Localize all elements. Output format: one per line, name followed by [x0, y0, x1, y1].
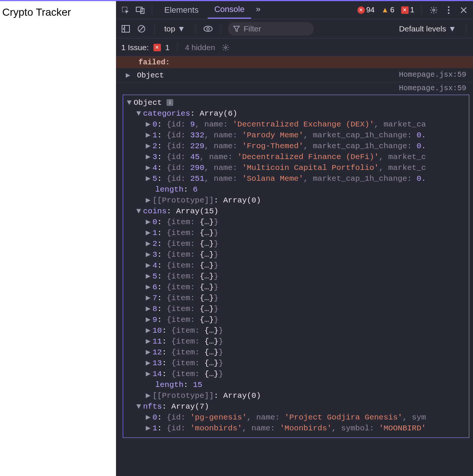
- svg-point-6: [448, 12, 449, 13]
- filter-input[interactable]: Filter: [228, 22, 314, 36]
- gear-icon[interactable]: [222, 44, 229, 51]
- devtools-tabbar: Elements Console » ✕ 94 ▲ 6 ✕ 1: [116, 1, 473, 19]
- warning-count: 6: [390, 6, 394, 14]
- error-row[interactable]: failed:: [116, 57, 473, 68]
- inspect-icon[interactable]: [119, 4, 132, 16]
- filter-placeholder: Filter: [244, 24, 261, 33]
- levels-label: Default levels: [399, 24, 446, 33]
- error-count: 94: [366, 6, 375, 14]
- object-label: Object: [137, 71, 164, 80]
- clear-console-icon[interactable]: [135, 23, 147, 35]
- filter-icon: [233, 26, 240, 32]
- kebab-menu-icon[interactable]: [442, 4, 455, 16]
- svg-point-12: [225, 46, 226, 48]
- issues-hidden[interactable]: 4 hidden: [185, 43, 215, 52]
- prop-length: length: [155, 185, 184, 194]
- chevron-down-icon: ▼: [448, 24, 456, 33]
- issues-count: 1: [165, 43, 170, 52]
- device-toolbar-icon[interactable]: [134, 4, 147, 16]
- category-entry[interactable]: ▶5: {id: 251, name: 'Solana Meme', marke…: [123, 173, 469, 184]
- svg-point-11: [207, 27, 210, 30]
- context-label: top: [164, 24, 175, 33]
- log-row-collapsed[interactable]: ▶ Object Homepage.jsx:59: [116, 68, 473, 82]
- settings-icon[interactable]: [427, 4, 440, 16]
- svg-point-4: [448, 6, 449, 7]
- source-link[interactable]: Homepage.jsx:59: [116, 82, 473, 93]
- svg-point-5: [448, 9, 449, 10]
- separator: [177, 43, 177, 52]
- nft-entry[interactable]: ▶1: {id: 'moonbirds', name: 'Moonbirds',…: [123, 423, 469, 434]
- expand-icon[interactable]: ▶: [126, 70, 132, 80]
- expanded-object[interactable]: ▼Object i ▼categories: Array(6) ▶0: {id:…: [123, 95, 469, 438]
- category-entry[interactable]: ▶4: {id: 290, name: 'Multicoin Capital P…: [123, 162, 469, 173]
- coin-entry[interactable]: ▶11: {item: {…}}: [123, 336, 469, 347]
- coin-entry[interactable]: ▶4: {item: {…}}: [123, 260, 469, 271]
- log-levels-selector[interactable]: Default levels ▼: [396, 24, 459, 33]
- coin-entry[interactable]: ▶0: {item: {…}}: [123, 217, 469, 228]
- prop-coins[interactable]: coins: [143, 207, 167, 216]
- coin-entry[interactable]: ▶1: {item: {…}}: [123, 228, 469, 238]
- issues-bar: 1 Issue: ✕ 1 4 hidden: [116, 39, 473, 57]
- coin-entry[interactable]: ▶12: {item: {…}}: [123, 347, 469, 358]
- warning-icon: ▲: [381, 6, 389, 14]
- svg-rect-1: [136, 7, 142, 12]
- coin-entry[interactable]: ▶10: {item: {…}}: [123, 325, 469, 336]
- prop-prototype[interactable]: [[Prototype]]: [152, 391, 214, 400]
- coin-entry[interactable]: ▶3: {item: {…}}: [123, 249, 469, 260]
- svg-line-10: [139, 27, 144, 31]
- toggle-sidebar-icon[interactable]: [120, 23, 132, 35]
- warning-count-badge[interactable]: ▲ 6: [379, 6, 397, 14]
- context-selector[interactable]: top ▼: [161, 24, 188, 33]
- svg-point-3: [433, 9, 435, 11]
- coin-entry[interactable]: ▶5: {item: {…}}: [123, 271, 469, 282]
- coin-entry[interactable]: ▶2: {item: {…}}: [123, 238, 469, 249]
- more-tabs-icon[interactable]: »: [253, 5, 263, 15]
- separator: [154, 24, 155, 34]
- coin-entry[interactable]: ▶14: {item: {…}}: [123, 369, 469, 379]
- coin-entry[interactable]: ▶13: {item: {…}}: [123, 358, 469, 369]
- issue-error-icon: ✕: [153, 44, 161, 51]
- live-expression-icon[interactable]: [202, 23, 214, 35]
- issues-label: 1 Issue:: [121, 43, 149, 52]
- coin-entry[interactable]: ▶6: {item: {…}}: [123, 282, 469, 293]
- coin-entry[interactable]: ▶9: {item: {…}}: [123, 314, 469, 325]
- category-entry[interactable]: ▶0: {id: 9, name: 'Decentralized Exchang…: [123, 119, 469, 130]
- coin-entry[interactable]: ▶7: {item: {…}}: [123, 293, 469, 303]
- console-output[interactable]: failed: ▶ Object Homepage.jsx:59 Homepag…: [116, 57, 473, 476]
- app-title: Crypto Tracker: [2, 6, 114, 18]
- object-label: Object: [134, 98, 162, 107]
- console-toolbar: top ▼ Filter Default levels ▼: [116, 19, 473, 39]
- chevron-down-icon: ▼: [177, 24, 185, 33]
- message-count-badge[interactable]: ✕ 1: [399, 6, 416, 14]
- prop-length: length: [155, 381, 184, 389]
- category-entry[interactable]: ▶3: {id: 45, name: 'Decentralized Financ…: [123, 152, 469, 162]
- prop-prototype[interactable]: [[Prototype]]: [152, 196, 214, 205]
- tab-console[interactable]: Console: [208, 1, 251, 19]
- category-entry[interactable]: ▶2: {id: 229, name: 'Frog-Themed', marke…: [123, 141, 469, 152]
- nft-entry[interactable]: ▶0: {id: 'pg-genesis', name: 'Project Go…: [123, 412, 469, 423]
- separator: [422, 5, 422, 15]
- devtools-panel: Elements Console » ✕ 94 ▲ 6 ✕ 1: [116, 0, 473, 476]
- source-link[interactable]: Homepage.jsx:59: [399, 70, 466, 79]
- category-entry[interactable]: ▶1: {id: 332, name: 'Parody Meme', marke…: [123, 130, 469, 141]
- info-icon[interactable]: i: [167, 99, 173, 106]
- tab-elements[interactable]: Elements: [158, 1, 205, 19]
- coin-entry[interactable]: ▶8: {item: {…}}: [123, 303, 469, 314]
- prop-categories[interactable]: categories: [143, 109, 190, 118]
- separator: [221, 24, 221, 34]
- prop-nfts[interactable]: nfts: [143, 402, 162, 411]
- message-count: 1: [410, 6, 414, 14]
- close-icon[interactable]: [457, 4, 470, 16]
- separator: [466, 24, 466, 34]
- separator: [195, 24, 195, 34]
- separator: [152, 5, 152, 15]
- app-pane: Crypto Tracker: [0, 0, 116, 476]
- error-icon: ✕: [357, 6, 365, 14]
- message-icon: ✕: [401, 6, 409, 14]
- error-count-badge[interactable]: ✕ 94: [355, 6, 377, 14]
